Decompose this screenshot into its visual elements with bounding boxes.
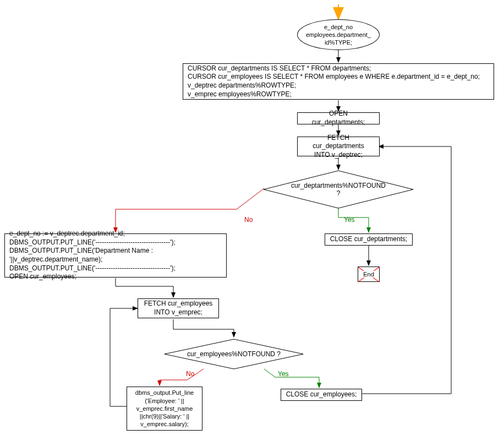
end-terminal: End bbox=[358, 267, 380, 282]
decl-line-3: v_deptrec departments%ROWTYPE; bbox=[188, 81, 296, 90]
emp-no-label: No bbox=[186, 370, 194, 378]
decl-line-4: v_emprec employees%ROWTYPE; bbox=[188, 90, 292, 99]
svg-marker-11 bbox=[165, 339, 303, 369]
dept-no-label: No bbox=[244, 216, 253, 224]
end-text: End bbox=[362, 271, 375, 278]
emp-yes-label: Yes bbox=[278, 370, 289, 378]
deptbody-2: DBMS_OUTPUT.PUT_LINE('------------------… bbox=[9, 238, 176, 247]
start-terminal: e_dept_no employees.department_ id%TYPE; bbox=[297, 19, 380, 50]
putline-3: v_emprec.first_name bbox=[136, 405, 193, 412]
fetch-dept-1: FETCH cur_deptartments bbox=[302, 134, 375, 151]
putline-2: ('Employee: ' || bbox=[145, 397, 184, 405]
start-text-1: e_dept_no bbox=[324, 23, 353, 31]
putline-4: ||chr(9)||'Salary: ' || bbox=[140, 412, 189, 420]
open-dept-text: OPEN cur_deptartments; bbox=[302, 110, 375, 127]
dept-notfound-decision bbox=[261, 170, 415, 209]
putline-1: dbms_output.Put_line bbox=[135, 389, 194, 396]
close-departments-box: CLOSE cur_deptartments; bbox=[325, 233, 413, 246]
fetch-emp-1: FETCH cur_employees bbox=[144, 300, 213, 308]
decl-line-2: CURSOR cur_employees IS SELECT * FROM em… bbox=[188, 73, 480, 81]
decl-line-1: CURSOR cur_deptartments IS SELECT * FROM… bbox=[188, 64, 371, 73]
start-text-2: employees.department_ bbox=[306, 31, 371, 39]
fetch-employees-box: FETCH cur_employees INTO v_emprec; bbox=[138, 298, 219, 318]
dept-yes-label: Yes bbox=[344, 216, 355, 224]
emp-notfound-decision bbox=[162, 338, 305, 370]
close-emp-text: CLOSE cur_employees; bbox=[286, 390, 357, 399]
close-employees-box: CLOSE cur_employees; bbox=[281, 389, 362, 401]
svg-marker-10 bbox=[264, 171, 413, 208]
fetch-departments-box: FETCH cur_deptartments INTO v_deptrec; bbox=[297, 137, 380, 156]
deptbody-5: OPEN cur_employees; bbox=[9, 273, 76, 281]
close-dept-text: CLOSE cur_deptartments; bbox=[330, 235, 408, 244]
putline-5: v_emprec.salary); bbox=[140, 420, 188, 428]
fetch-dept-2: INTO v_deptrec; bbox=[314, 151, 363, 160]
deptbody-4: DBMS_OUTPUT.PUT_LINE('------------------… bbox=[9, 264, 176, 273]
start-text-3: id%TYPE; bbox=[325, 39, 352, 46]
putline-employee-box: dbms_output.Put_line ('Employee: ' || v_… bbox=[127, 387, 202, 431]
open-departments-box: OPEN cur_deptartments; bbox=[297, 112, 380, 124]
declare-cursors-box: CURSOR cur_deptartments IS SELECT * FROM… bbox=[183, 63, 494, 100]
deptbody-1: e_dept_no := v_deptrec.department_id; bbox=[9, 230, 125, 238]
fetch-emp-2: INTO v_emprec; bbox=[154, 308, 202, 317]
department-body-box: e_dept_no := v_deptrec.department_id; DB… bbox=[4, 233, 227, 278]
deptbody-3: DBMS_OUTPUT.PUT_LINE('Department Name : … bbox=[9, 247, 222, 264]
